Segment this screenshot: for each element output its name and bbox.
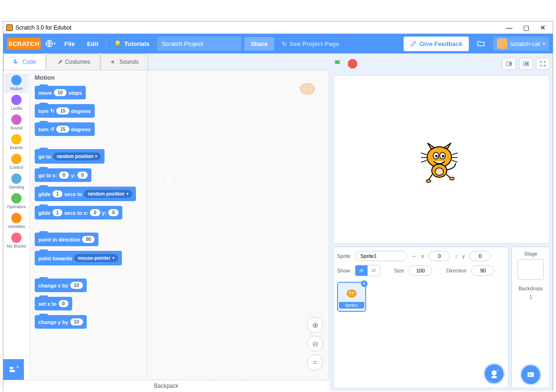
block-palette[interactable]: Motion move 10 steps turn ↻ 15 degrees — [30, 70, 147, 380]
block-change-x[interactable]: change x by 10 — [35, 279, 87, 292]
feedback-button[interactable]: Give Feedback — [404, 37, 469, 51]
tutorials-button[interactable]: 💡 Tutorials — [109, 38, 154, 50]
small-stage-button[interactable] — [502, 58, 516, 70]
minimize-button[interactable]: — — [505, 23, 513, 32]
see-project-button[interactable]: ↻ See Project Page — [277, 40, 344, 47]
sprite-direction-input[interactable] — [471, 265, 495, 276]
category-variables[interactable]: Variables — [4, 211, 29, 231]
category-label: Control — [9, 165, 23, 170]
sprite-y-input[interactable] — [469, 251, 491, 261]
scripts-canvas[interactable]: ⊕ ⊖ = — [147, 70, 329, 380]
tab-costumes[interactable]: Costumes — [46, 53, 100, 70]
svg-point-19 — [442, 155, 444, 158]
rotate-ccw-icon: ↺ — [50, 126, 54, 132]
svg-point-25 — [361, 270, 362, 271]
category-label: Variables — [8, 224, 25, 229]
hide-sprite-button[interactable] — [368, 265, 380, 276]
category-control[interactable]: Control — [4, 152, 29, 172]
pencil-icon — [410, 40, 417, 47]
stage[interactable] — [333, 75, 550, 244]
category-motion[interactable]: Motion — [4, 73, 29, 93]
speaker-icon — [110, 59, 117, 65]
file-menu[interactable]: File — [60, 38, 79, 50]
project-name-input[interactable] — [157, 37, 241, 51]
block-point-towards[interactable]: point towards mouse-pointer — [35, 251, 122, 265]
sprite-name-input[interactable] — [355, 251, 407, 261]
sprite-label: Sprite — [337, 253, 351, 259]
fullscreen-button[interactable] — [536, 58, 550, 70]
block-glide-xy[interactable]: glide 1 secs to x: 0 y: 0 — [35, 206, 122, 219]
backpack-toggle[interactable]: Backpack — [3, 380, 329, 391]
scratch-logo[interactable]: SCRATCH — [7, 38, 41, 50]
large-stage-button[interactable] — [519, 58, 533, 70]
tab-sounds[interactable]: Sounds — [100, 53, 149, 70]
stop-button[interactable] — [348, 59, 357, 68]
svg-point-23 — [450, 177, 454, 180]
category-my-blocks[interactable]: My Blocks — [4, 231, 29, 250]
category-label: Events — [10, 145, 23, 150]
share-button[interactable]: Share — [244, 37, 274, 51]
svg-point-31 — [492, 370, 497, 376]
block-set-x[interactable]: set x to 0 — [35, 297, 72, 310]
svg-rect-12 — [510, 63, 511, 65]
block-point-direction[interactable]: point in direction 90 — [35, 233, 98, 246]
category-looks[interactable]: Looks — [4, 93, 29, 113]
svg-rect-8 — [10, 367, 13, 369]
editor-row: MotionLooksSoundEventsControlSensingOper… — [3, 70, 329, 380]
sprite-x-input[interactable] — [428, 251, 450, 261]
category-dot-icon — [11, 75, 22, 85]
user-menu[interactable]: scratch-cat ▾ — [493, 37, 549, 51]
svg-point-22 — [426, 180, 431, 182]
category-dot-icon — [11, 173, 22, 184]
scratch-cat-sprite[interactable] — [418, 136, 465, 183]
left-column: Code Costumes Sounds MotionLooksSoundEve… — [3, 53, 329, 391]
block-goto[interactable]: go to random position — [35, 149, 105, 164]
show-sprite-button[interactable] — [355, 265, 368, 276]
mystuff-button[interactable] — [476, 39, 486, 48]
rotate-cw-icon: ↻ — [50, 108, 54, 114]
language-button[interactable]: ▾ — [44, 38, 57, 49]
bulb-icon: 💡 — [114, 40, 121, 47]
add-extension-button[interactable]: + — [3, 359, 24, 380]
block-move-steps[interactable]: move 10 steps — [35, 86, 86, 99]
user-avatar-icon — [497, 38, 507, 49]
edit-menu[interactable]: Edit — [82, 38, 103, 50]
category-list: MotionLooksSoundEventsControlSensingOper… — [3, 70, 30, 380]
stage-thumbnail[interactable] — [518, 259, 544, 280]
block-goto-xy[interactable]: go to x: 0 y: 0 — [35, 168, 91, 182]
add-sprite-button[interactable]: + — [485, 364, 503, 383]
svg-point-21 — [435, 168, 443, 175]
category-events[interactable]: Events — [4, 132, 29, 152]
xy-icon: ↔ — [412, 253, 417, 259]
category-sound[interactable]: Sound — [4, 113, 29, 132]
zoom-out-button[interactable]: ⊖ — [307, 336, 323, 352]
zoom-reset-button[interactable]: = — [307, 354, 323, 370]
svg-point-28 — [347, 290, 356, 297]
app-icon — [6, 24, 13, 31]
sprite-size-input[interactable] — [409, 265, 432, 276]
block-change-y[interactable]: change y by 10 — [35, 315, 87, 329]
svg-point-3 — [301, 83, 315, 95]
block-glide-to[interactable]: glide 1 secs to random position — [35, 187, 136, 201]
category-label: Looks — [11, 106, 22, 111]
add-backdrop-button[interactable] — [521, 365, 540, 384]
category-label: Motion — [10, 86, 23, 91]
svg-point-5 — [305, 87, 306, 88]
category-dot-icon — [11, 193, 22, 204]
app-window: Scratch 3.0 for Edubot — ▢ ✕ SCRATCH ▾ F… — [3, 21, 553, 391]
block-turn-cw[interactable]: turn ↻ 15 degrees — [35, 104, 95, 118]
close-button[interactable]: ✕ — [539, 23, 547, 32]
tab-code[interactable]: Code — [3, 53, 46, 70]
svg-point-32 — [491, 376, 497, 379]
sprite-thumbnail[interactable]: ✕ Sprite1 — [337, 282, 366, 312]
green-flag-button[interactable] — [333, 59, 343, 69]
zoom-in-button[interactable]: ⊕ — [307, 317, 323, 333]
category-operators[interactable]: Operators — [4, 191, 29, 211]
delete-sprite-button[interactable]: ✕ — [361, 280, 368, 287]
category-dot-icon — [11, 114, 22, 125]
category-sensing[interactable]: Sensing — [4, 172, 29, 191]
svg-point-30 — [352, 292, 353, 294]
maximize-button[interactable]: ▢ — [522, 23, 530, 32]
block-turn-ccw[interactable]: turn ↺ 15 degrees — [35, 122, 95, 136]
titlebar: Scratch 3.0 for Edubot — ▢ ✕ — [3, 22, 553, 34]
